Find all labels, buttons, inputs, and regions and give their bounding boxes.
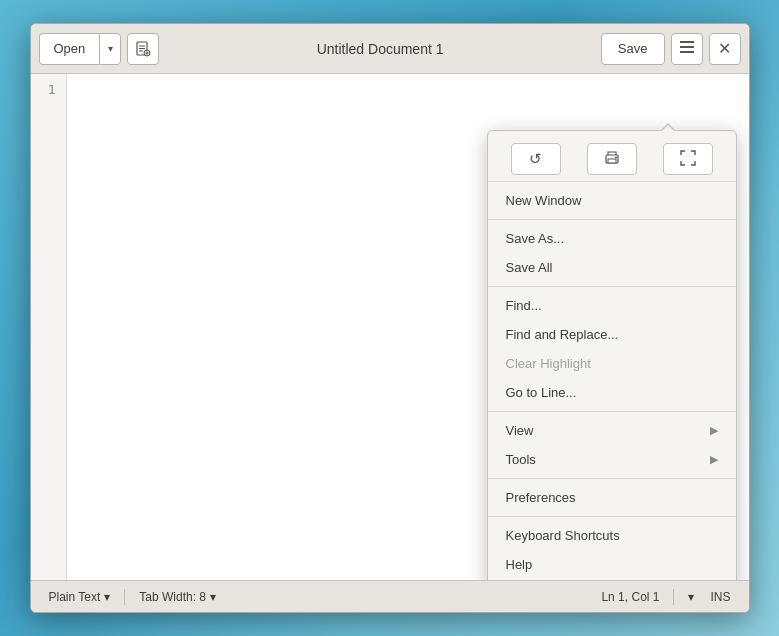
menu-icon-row: ↺ (488, 137, 736, 182)
close-icon: ✕ (718, 39, 731, 58)
plain-text-selector[interactable]: Plain Text ▾ (43, 588, 117, 606)
tab-width-dropdown-icon: ▾ (210, 590, 216, 604)
input-mode-dropdown-icon: ▾ (688, 590, 694, 604)
menu-item-view[interactable]: View ▶ (488, 416, 736, 445)
menu-item-save-as[interactable]: Save As... (488, 224, 736, 253)
input-mode-dropdown[interactable]: ▾ (682, 588, 700, 606)
menu-item-save-all[interactable]: Save All (488, 253, 736, 282)
line-numbers: 1 (31, 74, 67, 580)
fullscreen-button[interactable] (663, 143, 713, 175)
tools-submenu-arrow: ▶ (710, 453, 718, 466)
menu-separator-1 (488, 219, 736, 220)
menu-item-preferences[interactable]: Preferences (488, 483, 736, 512)
hamburger-menu-button[interactable] (671, 33, 703, 65)
statusbar-divider-1 (124, 589, 125, 605)
tab-width-label: Tab Width: 8 (139, 590, 206, 604)
menu-item-help[interactable]: Help (488, 550, 736, 579)
window-title: Untitled Document 1 (165, 41, 595, 57)
menu-separator-3 (488, 411, 736, 412)
titlebar: Open ▾ Untitled Document 1 Save (31, 24, 749, 74)
hamburger-dropdown: ↺ (487, 130, 737, 580)
menu-item-find[interactable]: Find... (488, 291, 736, 320)
plain-text-dropdown-icon: ▾ (104, 590, 110, 604)
refresh-button[interactable]: ↺ (511, 143, 561, 175)
tab-width-selector[interactable]: Tab Width: 8 ▾ (133, 588, 222, 606)
open-dropdown-button[interactable]: ▾ (99, 33, 121, 65)
menu-item-tools[interactable]: Tools ▶ (488, 445, 736, 474)
view-submenu-arrow: ▶ (710, 424, 718, 437)
menu-item-go-to-line[interactable]: Go to Line... (488, 378, 736, 407)
hamburger-icon (679, 40, 695, 57)
save-button[interactable]: Save (601, 33, 665, 65)
menu-item-keyboard-shortcuts[interactable]: Keyboard Shortcuts (488, 521, 736, 550)
fullscreen-icon (680, 150, 696, 169)
position-label: Ln 1, Col 1 (601, 590, 659, 604)
menu-separator-5 (488, 516, 736, 517)
print-button[interactable] (587, 143, 637, 175)
line-number-1: 1 (39, 82, 56, 97)
plain-text-label: Plain Text (49, 590, 101, 604)
menu-item-find-replace[interactable]: Find and Replace... (488, 320, 736, 349)
svg-point-12 (615, 156, 617, 158)
menu-item-about[interactable]: About Text Editor (488, 579, 736, 580)
statusbar-divider-2 (673, 589, 674, 605)
cursor-position[interactable]: Ln 1, Col 1 (595, 588, 665, 606)
new-document-button[interactable] (127, 33, 159, 65)
menu-item-clear-highlight: Clear Highlight (488, 349, 736, 378)
refresh-icon: ↺ (529, 150, 542, 168)
open-button-group: Open ▾ (39, 33, 122, 65)
chevron-down-icon: ▾ (108, 43, 113, 54)
editor-container: 1 ↺ (31, 74, 749, 580)
menu-item-new-window[interactable]: New Window (488, 186, 736, 215)
svg-rect-11 (608, 159, 616, 163)
open-button[interactable]: Open (39, 33, 100, 65)
menu-separator-4 (488, 478, 736, 479)
new-doc-icon (135, 41, 151, 57)
menu-arrow (660, 123, 676, 131)
statusbar: Plain Text ▾ Tab Width: 8 ▾ Ln 1, Col 1 … (31, 580, 749, 612)
print-icon (603, 149, 621, 170)
close-button[interactable]: ✕ (709, 33, 741, 65)
insert-mode-label: INS (704, 588, 736, 606)
menu-separator-2 (488, 286, 736, 287)
main-window: Open ▾ Untitled Document 1 Save (30, 23, 750, 613)
